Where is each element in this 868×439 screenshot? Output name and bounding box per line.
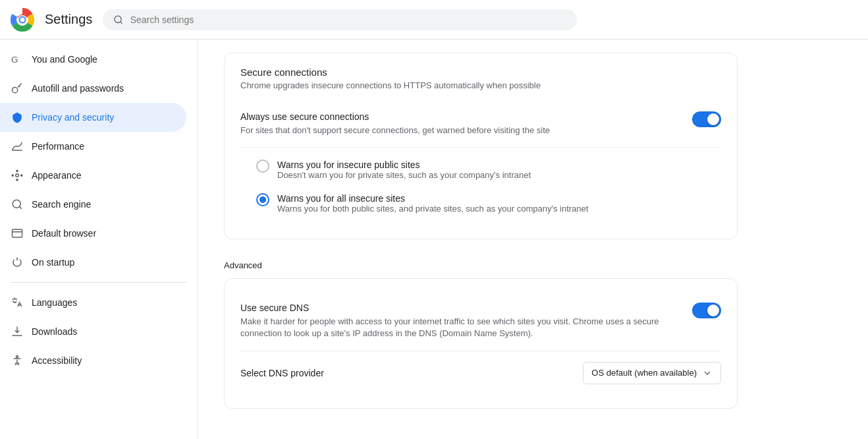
sidebar-label: Autofill and passwords <box>32 83 124 94</box>
browser-icon <box>11 227 24 240</box>
radio-item-public: Warns you for insecure public sites Does… <box>256 153 721 187</box>
svg-point-14 <box>13 200 20 208</box>
sidebar-label: Appearance <box>32 170 82 181</box>
sidebar: G You and Google Autofill and passwords … <box>0 40 198 439</box>
dns-provider-row: Select DNS provider OS default (when ava… <box>240 351 721 395</box>
key-icon <box>11 82 24 95</box>
svg-line-6 <box>121 21 122 23</box>
svg-point-12 <box>12 175 13 176</box>
sidebar-divider <box>11 282 186 283</box>
chevron-down-icon <box>702 368 713 378</box>
dns-provider-label: Select DNS provider <box>240 368 324 378</box>
always-secure-toggle[interactable] <box>692 111 721 127</box>
sidebar-item-on-startup[interactable]: On startup <box>0 248 186 277</box>
sidebar-item-you-and-google[interactable]: G You and Google <box>0 45 186 74</box>
svg-point-13 <box>21 175 22 176</box>
radio-public-desc: Doesn't warn you for private sites, such… <box>277 170 531 180</box>
sidebar-label: Privacy and security <box>32 112 114 123</box>
sidebar-item-privacy[interactable]: Privacy and security <box>0 103 186 132</box>
sidebar-label: Search engine <box>32 199 91 210</box>
svg-point-5 <box>115 16 121 22</box>
sidebar-item-languages[interactable]: Languages <box>0 288 186 317</box>
google-icon: G <box>11 53 24 66</box>
chrome-logo <box>11 8 34 32</box>
svg-line-15 <box>19 206 21 208</box>
sidebar-label: Performance <box>32 141 84 152</box>
secure-connections-card: Secure connections Chrome upgrades insec… <box>224 53 738 239</box>
dns-provider-value: OS default (when available) <box>591 368 697 378</box>
main-layout: G You and Google Autofill and passwords … <box>0 40 868 439</box>
page-title: Settings <box>45 12 92 27</box>
svg-point-4 <box>20 17 25 22</box>
radio-item-all: Warns you for all insecure sites Warns y… <box>256 187 721 220</box>
secure-dns-row: Use secure DNS Make it harder for people… <box>240 292 721 351</box>
header: Settings <box>0 0 868 40</box>
content-inner: Secure connections Chrome upgrades insec… <box>198 40 764 430</box>
radio-all-desc: Warns you for both public sites, and pri… <box>277 204 588 214</box>
performance-icon <box>11 140 24 153</box>
accessibility-icon <box>11 354 24 367</box>
secure-conn-desc: Chrome upgrades insecure connections to … <box>240 80 721 90</box>
dns-provider-select[interactable]: OS default (when available) <box>583 362 721 384</box>
secure-dns-toggle[interactable] <box>692 303 721 318</box>
download-icon <box>11 325 24 338</box>
radio-all-info: Warns you for all insecure sites Warns y… <box>277 193 588 214</box>
sidebar-label: Languages <box>32 297 77 308</box>
svg-point-8 <box>13 88 18 93</box>
always-secure-desc: For sites that don't support secure conn… <box>240 125 682 136</box>
sidebar-label: Default browser <box>32 228 96 239</box>
search-engine-icon <box>11 198 24 211</box>
radio-all-label: Warns you for all insecure sites <box>277 193 588 204</box>
sidebar-item-appearance[interactable]: Appearance <box>0 161 186 190</box>
sidebar-item-downloads[interactable]: Downloads <box>0 317 186 346</box>
toggle-knob <box>707 113 719 125</box>
content-area: Secure connections Chrome upgrades insec… <box>198 40 868 439</box>
sidebar-label: Accessibility <box>32 355 82 366</box>
secure-conn-title: Secure connections <box>240 67 721 78</box>
svg-point-9 <box>16 174 19 177</box>
sidebar-item-search-engine[interactable]: Search engine <box>0 190 186 219</box>
always-secure-row: Always use secure connections For sites … <box>240 101 721 148</box>
sidebar-item-performance[interactable]: Performance <box>0 132 186 161</box>
toggle-knob-dns <box>707 305 719 316</box>
radio-public-info: Warns you for insecure public sites Does… <box>277 160 531 180</box>
warn-radio-group: Warns you for insecure public sites Does… <box>240 148 721 225</box>
svg-point-11 <box>16 179 18 181</box>
radio-public[interactable] <box>256 160 269 173</box>
svg-point-10 <box>16 170 18 171</box>
secure-dns-desc: Make it harder for people with access to… <box>240 316 682 339</box>
radio-all[interactable] <box>256 193 269 206</box>
sidebar-label: Downloads <box>32 326 77 337</box>
appearance-icon <box>11 169 24 182</box>
advanced-header: Advanced <box>224 247 738 278</box>
sidebar-item-autofill[interactable]: Autofill and passwords <box>0 74 186 103</box>
advanced-card: Use secure DNS Make it harder for people… <box>224 278 738 408</box>
svg-text:G: G <box>11 55 18 65</box>
svg-rect-16 <box>13 229 22 237</box>
sidebar-item-accessibility[interactable]: Accessibility <box>0 346 186 375</box>
sidebar-label: You and Google <box>32 54 97 65</box>
translate-icon <box>11 296 24 309</box>
search-icon <box>113 15 123 25</box>
secure-dns-info: Use secure DNS Make it harder for people… <box>240 303 682 339</box>
search-input[interactable] <box>130 15 567 25</box>
secure-dns-label: Use secure DNS <box>240 303 682 313</box>
always-secure-label: Always use secure connections <box>240 111 682 122</box>
svg-point-18 <box>16 356 18 358</box>
radio-public-label: Warns you for insecure public sites <box>277 160 531 170</box>
search-bar[interactable] <box>103 9 577 30</box>
sidebar-item-default-browser[interactable]: Default browser <box>0 219 186 248</box>
always-secure-info: Always use secure connections For sites … <box>240 111 682 136</box>
shield-icon <box>11 111 24 124</box>
sidebar-label: On startup <box>32 257 74 268</box>
power-icon <box>11 256 24 269</box>
